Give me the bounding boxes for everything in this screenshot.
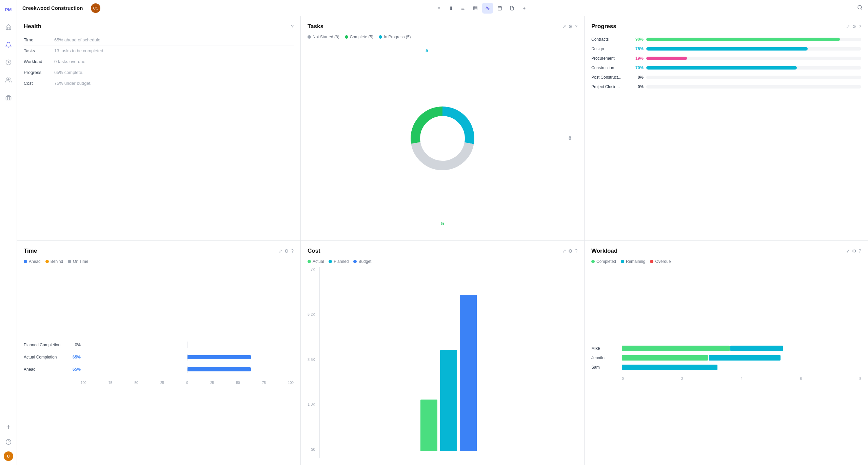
health-help-icon[interactable]: ? [291,24,294,29]
time-title: Time [24,248,37,254]
workload-legend: Completed Remaining Overdue [591,259,861,264]
progress-procurement-pct: 19% [631,56,644,61]
progress-procurement-track [646,57,861,60]
legend-not-started: Not Started (8) [308,35,339,39]
list-view-btn[interactable]: ≡ [433,3,444,14]
time-legend-ahead: Ahead [24,259,41,264]
doc-view-btn[interactable] [507,3,517,14]
health-time-label: Time [24,37,54,42]
ontime-label: On Time [73,259,88,264]
progress-postconstruct-track [646,76,861,79]
cost-title: Cost [308,248,320,254]
cost-y-7k: 7K [311,267,315,271]
dashboard-grid: Health ? Time 65% ahead of schedule. Tas… [17,16,868,465]
workload-settings-icon[interactable]: ⚙ [852,248,856,254]
workload-rows-area: Mike Jennifer Sam [591,268,861,458]
time-actual-bar [187,355,251,359]
progress-projectclosing-track [646,85,861,89]
cost-help-icon[interactable]: ? [575,248,577,254]
complete-dot [345,35,348,39]
column-view-btn[interactable]: ⏸ [446,3,456,14]
tasks-settings-icon[interactable]: ⚙ [568,24,573,29]
remaining-dot [621,260,624,263]
sidebar-pm-logo[interactable]: PM [3,4,14,15]
tasks-panel: Tasks ⤢ ⚙ ? Not Started (8) Complete (5) [301,16,584,240]
time-panel-actions: ⤢ ⚙ ? [278,248,294,254]
dashboard-view-btn[interactable] [482,3,493,14]
table-view-btn[interactable] [470,3,481,14]
sidebar-help[interactable] [3,437,14,447]
search-btn[interactable] [857,5,863,12]
sidebar-clock[interactable] [3,57,14,68]
topbar: Creekwood Construction CC ≡ ⏸ + [17,0,868,16]
sidebar-users[interactable] [3,75,14,85]
workload-mike-completed-bar [622,346,730,351]
complete-label: Complete (5) [350,35,373,39]
calendar-view-btn[interactable] [494,3,505,14]
time-axis-50l: 50 [134,381,138,385]
progress-settings-icon[interactable]: ⚙ [852,24,856,29]
cost-chart-area: 7K 5.2K 3.5K 1.8K $0 [308,267,577,458]
time-axis-50r: 50 [236,381,240,385]
tasks-help-icon[interactable]: ? [575,24,577,29]
workload-legend-overdue: Overdue [650,259,671,264]
time-help-icon[interactable]: ? [291,248,294,254]
health-panel-header: Health ? [24,23,294,30]
donut-chart-svg [405,101,480,176]
ahead-label: Ahead [29,259,41,264]
overdue-dot [650,260,653,263]
sidebar-add[interactable]: + [3,422,14,432]
health-progress-label: Progress [24,70,54,75]
sidebar-user-avatar[interactable]: U [4,451,13,461]
sidebar-bell[interactable] [3,39,14,50]
health-row-cost: Cost 75% under budget. [24,78,294,89]
not-started-dot [308,35,311,39]
workload-axis-4: 4 [741,377,743,381]
progress-panel-actions: ⤢ ⚙ ? [846,24,861,29]
time-row-planned: Planned Completion 0% [24,342,294,348]
time-expand-icon[interactable]: ⤢ [278,248,282,254]
sidebar-briefcase[interactable] [3,92,14,103]
time-ahead-bararea [81,366,294,373]
gantt-view-btn[interactable] [458,3,469,14]
progress-procurement-bar [646,57,687,60]
time-center-line2 [187,354,188,361]
remaining-label: Remaining [626,259,645,264]
time-axis-75l: 75 [108,381,112,385]
cost-bar-actual [420,400,437,451]
progress-expand-icon[interactable]: ⤢ [846,24,850,29]
donut-chart-container: 5 8 5 [308,43,577,234]
add-view-btn[interactable]: + [519,3,530,14]
workload-help-icon[interactable]: ? [859,248,861,254]
health-tasks-label: Tasks [24,48,54,53]
progress-design-bar [646,47,808,51]
svg-line-18 [861,8,862,9]
cost-settings-icon[interactable]: ⚙ [568,248,573,254]
progress-panel-header: Progress ⤢ ⚙ ? [591,23,861,30]
progress-rows: Contracts 90% Design 75% Procurement [591,35,861,92]
tasks-expand-icon[interactable]: ⤢ [562,24,566,29]
time-settings-icon[interactable]: ⚙ [284,248,289,254]
workload-sam-remaining-bar [622,365,717,370]
time-actual-label: Actual Completion [24,355,68,360]
progress-projectclosing-pct: 0% [631,84,644,89]
sidebar-home[interactable] [3,22,14,33]
time-ahead-bar [187,367,251,371]
health-row-tasks: Tasks 13 tasks to be completed. [24,45,294,56]
time-panel: Time ⤢ ⚙ ? Ahead Behind On Tim [17,241,300,465]
time-legend-ontime: On Time [68,259,88,264]
progress-design-pct: 75% [631,46,644,51]
cost-expand-icon[interactable]: ⤢ [562,248,566,254]
cost-y-axis: 7K 5.2K 3.5K 1.8K $0 [308,267,315,458]
workload-title: Workload [591,248,617,254]
progress-postconstruct-pct: 0% [631,75,644,80]
workload-axis-6: 6 [800,377,802,381]
workload-expand-icon[interactable]: ⤢ [846,248,850,254]
progress-construction-pct: 70% [631,65,644,70]
tasks-title: Tasks [308,23,323,30]
health-title: Health [24,23,41,30]
health-panel: Health ? Time 65% ahead of schedule. Tas… [17,16,300,240]
progress-help-icon[interactable]: ? [859,24,861,29]
progress-design-track [646,47,861,51]
time-planned-label: Planned Completion [24,343,68,347]
